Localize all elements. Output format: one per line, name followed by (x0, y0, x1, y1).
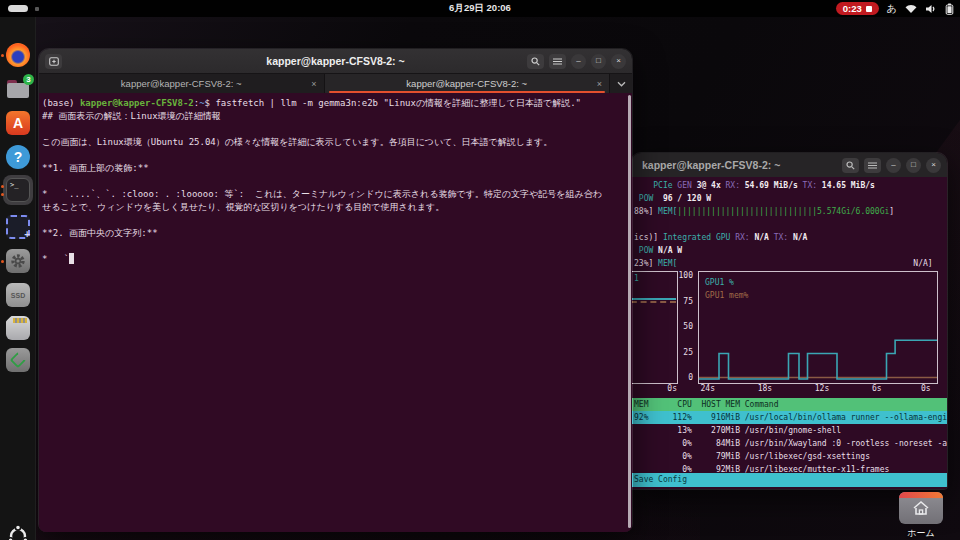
search-button[interactable] (527, 54, 544, 69)
sd-card-pins (13, 318, 27, 323)
search-button[interactable] (842, 158, 859, 173)
maximize-button[interactable]: □ (591, 54, 606, 69)
process-row[interactable]: 0% 79MiB /usr/libexec/gsd-xsettings (631, 450, 947, 463)
close-button[interactable]: × (926, 158, 941, 173)
scrollbar[interactable] (628, 95, 631, 528)
gpu0-axis-label: 0s (649, 384, 677, 393)
process-table-header: MEM CPU HOST MEM Command (631, 398, 947, 411)
window-title: kapper@kapper-CFSV8-2: ~ (642, 159, 780, 171)
sd-card-icon[interactable] (6, 316, 30, 340)
process-row[interactable]: 13% 270MiB /usr/bin/gnome-shell (631, 424, 947, 437)
nvtop-terminal-window: kapper@kapper-CFSV8-2: ~ – □ × PCIe GEN … (630, 152, 948, 490)
ssd-drive-icon[interactable]: SSD (6, 283, 30, 307)
system-tray: 0:23 あ (836, 0, 954, 17)
running-indicator-dot (1, 260, 4, 263)
dock: 3 A ? >_ + SSD (0, 17, 36, 540)
home-folder-desktop-icon[interactable]: ホーム (896, 492, 946, 540)
terminal-window: kapper@kapper-CFSV8-2: ~ – □ × kapper@ka… (38, 48, 633, 532)
hamburger-icon (553, 58, 562, 65)
search-icon (531, 57, 540, 66)
files-badge: 3 (23, 74, 34, 85)
gpu-info-lines: PCIe GEN 3@ 4x RX: 54.69 MiB/s TX: 14.65… (634, 179, 947, 270)
settings-icon[interactable] (6, 249, 30, 273)
terminal-content: (base) kapper@kapper-CFSV8-2:~$ fastfetc… (39, 93, 632, 532)
show-apps-ubuntu-icon[interactable] (5, 523, 31, 540)
nvtop-titlebar[interactable]: kapper@kapper-CFSV8-2: ~ – □ × (631, 153, 947, 177)
gear-icon (10, 253, 26, 269)
terminal-icon[interactable]: >_ (6, 178, 30, 202)
maximize-button[interactable]: □ (906, 158, 921, 173)
prompt-line: (base) kapper@kapper-CFSV8-2:~$ fastfetc… (42, 97, 626, 110)
chevron-down-icon (617, 81, 626, 87)
screenshot-tool-icon[interactable]: + (6, 215, 30, 239)
gpu1-graph-xticks: 24s18s12s6s0s (698, 384, 938, 397)
input-method-indicator[interactable]: あ (887, 2, 897, 16)
menu-button[interactable] (549, 54, 566, 69)
tab-list-chevron-button[interactable] (610, 74, 632, 93)
volume-icon[interactable] (925, 4, 937, 14)
running-indicator-dot (1, 54, 4, 57)
gpu0-legend-fragment: 1 (634, 274, 639, 283)
recycle-icon (10, 352, 27, 369)
tab-label: kapper@kapper-CFSV8-2: ~ (406, 78, 527, 89)
terminal-titlebar[interactable]: kapper@kapper-CFSV8-2: ~ – □ × (39, 49, 632, 73)
text-cursor (69, 253, 74, 264)
home-folder-glyph (899, 492, 943, 524)
help-icon[interactable]: ? (6, 145, 30, 169)
home-icon-label: ホーム (896, 527, 946, 540)
nvtop-content: PCIe GEN 3@ 4x RX: 54.69 MiB/s TX: 14.65… (631, 177, 947, 489)
process-rows: 92% 112% 916MiB /usr/local/bin/ollama ru… (631, 411, 947, 476)
gpu1-graph: GPU1 %GPU1 mem% (698, 271, 938, 384)
app-center-icon[interactable]: A (6, 111, 30, 135)
files-icon[interactable]: 3 (6, 77, 30, 101)
gpu1-graph-yticks: 1007550250 (674, 271, 695, 384)
tab-1[interactable]: kapper@kapper-CFSV8-2: ~ × (39, 74, 325, 93)
tab-label: kapper@kapper-CFSV8-2: ~ (121, 78, 242, 89)
plus-glyph: + (24, 229, 30, 240)
running-indicator-dot (1, 193, 4, 196)
process-table: MEM CPU HOST MEM Command 92% 112% 916MiB… (631, 398, 947, 476)
tab-close-icon[interactable]: × (311, 79, 316, 89)
gpu0-mem-line (631, 301, 676, 303)
top-bar: 6月29日 20:06 0:23 あ (0, 0, 960, 17)
tab-2[interactable]: kapper@kapper-CFSV8-2: ~ × (325, 74, 611, 93)
minimize-button[interactable]: – (571, 54, 586, 69)
recording-time: 0:23 (843, 3, 862, 14)
gpu0-util-line (631, 298, 676, 300)
process-row[interactable]: 92% 112% 916MiB /usr/local/bin/ollama ru… (631, 411, 947, 424)
desktop: 6月29日 20:06 0:23 あ (0, 0, 960, 540)
process-row[interactable]: 0% 84MiB /usr/bin/Xwayland :0 -rootless … (631, 437, 947, 450)
save-config-button[interactable]: Save Config (631, 473, 947, 487)
terminal-output: ## 画面表示の解説：Linux環境の詳細情報この画面は、Linux環境（Ubu… (42, 110, 626, 266)
tab-bar: kapper@kapper-CFSV8-2: ~ × kapper@kapper… (39, 73, 632, 93)
close-button[interactable]: × (611, 54, 626, 69)
menu-button[interactable] (864, 158, 881, 173)
search-icon (846, 161, 855, 170)
folder-body (7, 83, 29, 98)
firefox-icon[interactable] (6, 43, 30, 67)
hamburger-icon (868, 162, 877, 169)
running-indicator-dot (1, 185, 4, 188)
minimize-button[interactable]: – (886, 158, 901, 173)
clock[interactable]: 6月29日 20:06 (0, 2, 960, 15)
package-box-icon[interactable] (6, 348, 30, 372)
wifi-icon[interactable] (905, 4, 917, 14)
house-icon (912, 500, 930, 516)
stop-recording-icon[interactable] (866, 6, 872, 12)
gpu1-graph-legend: GPU1 %GPU1 mem% (705, 276, 748, 302)
tab-close-icon[interactable]: × (597, 79, 602, 89)
gpu0-graph-partial: 1 (631, 271, 678, 384)
battery-icon[interactable] (945, 3, 954, 15)
screen-recording-indicator[interactable]: 0:23 (836, 2, 879, 15)
